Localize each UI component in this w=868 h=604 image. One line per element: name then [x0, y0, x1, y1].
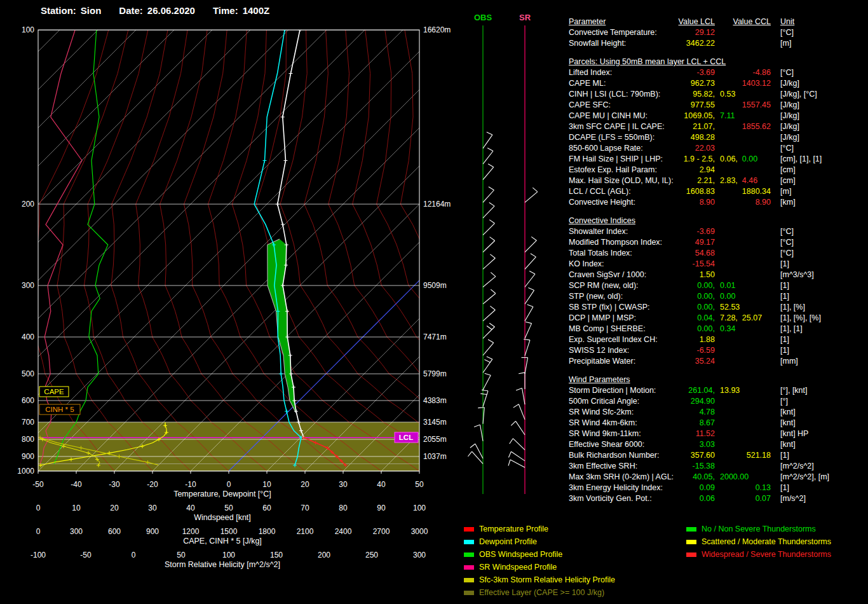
param-label: Exp. Supercell Index CH:: [569, 334, 658, 345]
section-title-row: Convective Indices: [569, 208, 864, 226]
param-label: CAPE SFC:: [569, 100, 611, 111]
dry-adiabat-line: [444, 30, 559, 471]
param-label: 3km Effective SRH:: [569, 461, 637, 472]
time-label: Time:: [213, 5, 238, 16]
table-row: 500m Critical Angle:294.90[°]: [569, 396, 864, 407]
cape-axis-tick-label: 3000: [411, 527, 428, 536]
param-value-lcl: 294.90: [691, 396, 715, 407]
table-row: KO Index:-15.54[1]: [569, 259, 864, 270]
altitude-label: 12164m: [423, 200, 451, 209]
srh-axis-tick-label: -50: [80, 551, 92, 559]
sr-column-label: SR: [519, 13, 531, 22]
altitude-label: 4383m: [423, 396, 447, 405]
temp-axis-tick-label: -40: [71, 480, 82, 489]
altitude-label: 1037m: [423, 452, 447, 461]
wind-barb-icon: [516, 421, 526, 435]
wind-axis-tick-label: 70: [301, 504, 309, 512]
param-value-lcl: 498.28: [691, 132, 715, 143]
param-value-lcl: 1608.83: [686, 186, 715, 197]
table-row: SB STP (fix) | CWASP:0.00,52.53[1], [%]: [569, 302, 864, 313]
param-value-ccl: 0.13: [756, 483, 771, 493]
cape-label: CAPE: [44, 388, 64, 395]
table-row: Modified Thompson Index:49.17[°C]: [569, 237, 864, 248]
profile-legend: Temperature ProfileDewpoint ProfileOBS W…: [464, 523, 615, 599]
param-label: 3km Vorticity Gen. Pot.:: [569, 493, 652, 504]
param-label: DCP | MMP | MSP:: [569, 313, 636, 324]
wind-barb-icon: [519, 404, 525, 420]
profile-marker: [281, 115, 285, 119]
wind-barb-icon: [483, 277, 496, 287]
wind-barb-icon: [525, 274, 535, 287]
param-label: KO Index:: [569, 259, 604, 270]
plot-area: [0, 28, 559, 471]
profile-marker: [281, 223, 285, 226]
parameter-table: ParameterValue LCLValue CCLUnitConvectiv…: [569, 17, 864, 504]
param-unit: [knt]: [780, 407, 796, 418]
param-unit: [1], [1]: [780, 324, 803, 334]
wind-barb-icon: [522, 388, 526, 405]
param-value-ccl: 0.07: [756, 493, 771, 504]
param-unit: [J/kg]: [780, 100, 799, 111]
table-row: Max. Hail Size (OLD, MU, IL):2.21,2.83,4…: [569, 175, 864, 186]
param-label: SR Wind Sfc-2km:: [569, 407, 634, 418]
legend-item: Effective Layer (CAPE >= 100 J/kg): [464, 586, 615, 599]
profile-marker: [288, 72, 292, 76]
isotherm-line: [381, 30, 559, 471]
isotherm-line: [76, 30, 517, 471]
param-value-mid: 0.34: [720, 324, 735, 333]
param-label: Estofex Exp. Hail Param:: [569, 165, 657, 175]
cape-axis-tick-label: 900: [146, 527, 159, 536]
param-unit: [°C]: [780, 143, 794, 154]
cape-axis-tick-label: 1200: [182, 527, 200, 536]
param-unit: [1]: [780, 483, 789, 493]
wind-barb-feather: [531, 237, 536, 240]
wind-barb-icon: [483, 190, 494, 202]
param-values-mid: 0.34: [720, 324, 735, 334]
param-value-mid: 7.11: [720, 111, 735, 120]
dry-adiabat-line: [377, 30, 559, 471]
wind-barb-feather: [487, 357, 492, 359]
table-row: 3km Effective SRH:-15.38[m^2/s^2]: [569, 461, 864, 472]
legend-item: No / Non Severe Thunderstorms: [686, 523, 831, 535]
param-label: SR Wind 4km-6km:: [569, 418, 637, 429]
legend-item: OBS Windspeed Profile: [464, 548, 615, 561]
table-row: DCP | MMP | MSP:0.04,7.28,25.07[1], [%],…: [569, 313, 864, 324]
param-label: Modified Thompson Index:: [569, 237, 662, 248]
isotherm-line: [0, 30, 250, 471]
wind-barb-feather: [468, 451, 471, 456]
wind-barb-icon: [511, 451, 525, 461]
param-value-lcl: 3462.22: [686, 38, 715, 49]
param-label: Craven SigSvr / 1000:: [569, 270, 646, 280]
param-unit: [m^2/s^2]: [780, 461, 814, 472]
param-label: SR Wind 9km-11km:: [569, 429, 641, 439]
table-row: FM Hail Size | SHIP | LHP:1.9 - 2.5,0.06…: [569, 154, 864, 165]
station-value: Sion: [81, 5, 102, 16]
wind-barb-feather: [487, 132, 492, 135]
legend-label: Scattered / Moderate Thunderstorms: [702, 537, 831, 546]
param-value-ccl: 1403.12: [742, 78, 771, 89]
temp-axis-tick-label: -10: [185, 480, 196, 489]
temp-axis-tick-label: 50: [415, 480, 424, 489]
param-label: LCL / CCL (AGL):: [569, 186, 631, 197]
param-value-lcl: 1.88: [700, 334, 715, 345]
dry-adiabat-line: [304, 30, 534, 471]
altitude-label: 9509m: [423, 281, 447, 290]
wind-barb-icon: [525, 257, 536, 269]
legend-label: Dewpoint Profile: [479, 537, 537, 546]
param-values-mid: 13.93: [720, 385, 740, 396]
wind-barb-icon: [525, 291, 534, 305]
param-value-ccl: -4.86: [753, 67, 771, 78]
param-value-lcl: 977.55: [691, 100, 715, 111]
param-values-mid: 2000.00: [720, 472, 749, 483]
time-value: 1400Z: [243, 5, 270, 16]
wind-barb-icon: [483, 241, 495, 252]
param-label: Effective Shear 6000:: [569, 439, 644, 450]
wind-barb-feather: [513, 404, 519, 408]
temp-axis-tick-label: 30: [339, 480, 348, 489]
dry-adiabat-line: [353, 30, 559, 471]
param-value-lcl: 22.03: [695, 143, 715, 154]
param-value-lcl: 21.07,: [693, 121, 715, 132]
param-value-mid: 13.93: [720, 386, 740, 395]
wind-axis-tick-label: 30: [148, 504, 157, 512]
param-label: SCP RM (new, old):: [569, 280, 639, 291]
